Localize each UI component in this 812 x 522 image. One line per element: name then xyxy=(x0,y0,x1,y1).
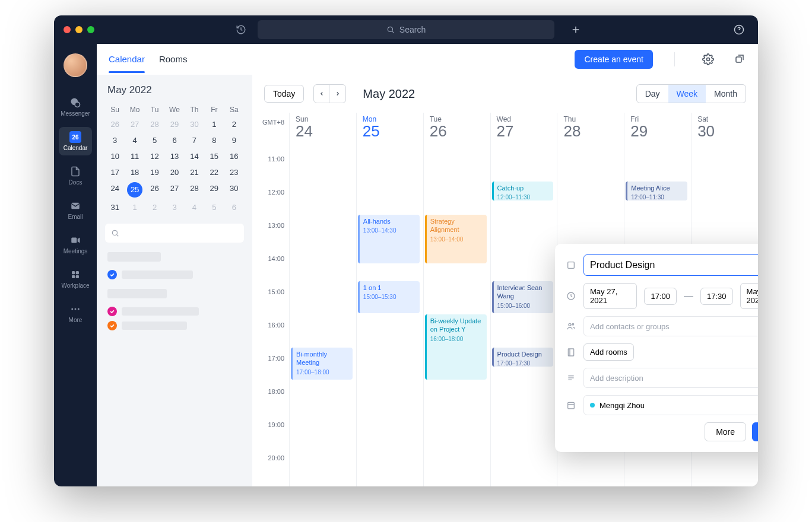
mini-calendar-day[interactable]: 27 xyxy=(164,180,184,199)
mini-calendar-day[interactable]: 4 xyxy=(185,199,204,215)
more-options-button[interactable]: More xyxy=(705,422,746,441)
tab-calendar[interactable]: Calendar xyxy=(109,46,145,72)
rail-item-workplace[interactable]: Workplace xyxy=(59,265,92,293)
mini-calendar-day[interactable]: 2 xyxy=(224,116,244,132)
view-day-button[interactable]: Day xyxy=(637,85,668,103)
prev-week-button[interactable] xyxy=(314,85,329,103)
create-event-button[interactable]: Create an event xyxy=(575,50,653,69)
mini-calendar-day[interactable]: 6 xyxy=(164,132,184,148)
event-block[interactable]: Meeting Alice12:00–11:30 xyxy=(626,182,687,200)
day-column[interactable]: Sun24Bi-monthly Meeting17:00–18:00 xyxy=(289,113,356,486)
next-week-button[interactable] xyxy=(330,85,345,103)
description-input[interactable] xyxy=(583,368,758,388)
mini-calendar-day[interactable]: 30 xyxy=(185,116,204,132)
history-icon[interactable] xyxy=(231,20,250,39)
tab-rooms[interactable]: Rooms xyxy=(159,46,188,72)
event-block[interactable]: All-hands13:00–14:30 xyxy=(358,215,420,263)
rail-item-meetings[interactable]: Meetings xyxy=(59,230,92,259)
mini-calendar-day[interactable]: 12 xyxy=(145,148,164,164)
mini-calendar-day[interactable]: 25 xyxy=(127,182,142,198)
calendar-item[interactable] xyxy=(107,270,244,279)
event-block[interactable]: Bi-weekly Update on Project Y16:00–18:00 xyxy=(425,314,487,380)
mini-calendar-day[interactable]: 5 xyxy=(204,199,224,215)
mini-calendar-day[interactable]: 29 xyxy=(204,180,224,199)
mini-calendar-day[interactable]: 17 xyxy=(105,164,125,180)
mini-calendar-day[interactable]: 3 xyxy=(105,132,125,148)
minimize-window-button[interactable] xyxy=(75,26,83,33)
mini-calendar-day[interactable]: 13 xyxy=(164,148,184,164)
mini-calendar-day[interactable]: 29 xyxy=(164,116,184,132)
calendar-search[interactable] xyxy=(105,224,244,243)
mini-calendar[interactable]: SuMoTuWeThFrSa 2627282930123456789101112… xyxy=(105,103,244,215)
event-block[interactable]: Catch-up12:00–11:30 xyxy=(492,182,554,200)
mini-calendar-day[interactable]: 9 xyxy=(224,132,244,148)
mini-calendar-day[interactable]: 22 xyxy=(204,164,224,180)
day-column[interactable]: Wed27Catch-up12:00–11:30Interview: Sean … xyxy=(490,113,557,486)
checkbox-icon[interactable] xyxy=(107,321,117,330)
event-block[interactable]: Strategy Alignment13:00–14:00 xyxy=(425,215,487,263)
checkbox-icon[interactable] xyxy=(107,270,117,279)
mini-calendar-day[interactable]: 11 xyxy=(125,148,144,164)
mini-calendar-day[interactable]: 27 xyxy=(125,116,144,132)
mini-calendar-day[interactable]: 28 xyxy=(145,116,164,132)
mini-calendar-day[interactable]: 16 xyxy=(224,148,244,164)
event-block[interactable]: Interview: Sean Wang15:00–16:00 xyxy=(492,281,554,313)
mini-calendar-day[interactable]: 23 xyxy=(224,164,244,180)
mini-calendar-day[interactable]: 8 xyxy=(204,132,224,148)
mini-calendar-day[interactable]: 20 xyxy=(164,164,184,180)
checkbox-icon[interactable] xyxy=(107,307,117,316)
event-title-input[interactable] xyxy=(583,254,758,276)
mini-calendar-day[interactable]: 24 xyxy=(105,180,125,199)
mini-calendar-day[interactable]: 6 xyxy=(224,199,244,215)
mini-calendar-day[interactable]: 5 xyxy=(145,132,164,148)
day-column[interactable]: Mon25All-hands13:00–14:301 on 115:00–15:… xyxy=(356,113,423,486)
mini-calendar-day[interactable]: 14 xyxy=(185,148,204,164)
mini-calendar-day[interactable]: 28 xyxy=(185,180,204,199)
global-search[interactable]: Search xyxy=(258,20,554,39)
event-block[interactable]: Bi-monthly Meeting17:00–18:00 xyxy=(291,348,353,380)
rail-item-docs[interactable]: Docs xyxy=(59,161,92,190)
mini-calendar-day[interactable]: 30 xyxy=(224,180,244,199)
save-button[interactable]: Save xyxy=(752,422,758,441)
gear-icon[interactable] xyxy=(702,53,714,65)
mini-calendar-day[interactable]: 2 xyxy=(145,199,164,215)
mini-calendar-day[interactable]: 7 xyxy=(185,132,204,148)
mini-calendar-day[interactable]: 19 xyxy=(145,164,164,180)
rail-item-more[interactable]: More xyxy=(59,299,92,327)
maximize-window-button[interactable] xyxy=(87,26,94,33)
rail-item-email[interactable]: Email xyxy=(59,196,92,224)
event-block[interactable]: Product Design17:00–17:30 xyxy=(492,348,554,367)
start-date-field[interactable]: May 27, 2021 xyxy=(583,283,637,309)
event-block[interactable]: 1 on 115:00–15:30 xyxy=(358,281,420,313)
help-icon[interactable] xyxy=(729,20,748,39)
day-column[interactable]: Tue26Strategy Alignment13:00–14:00Bi-wee… xyxy=(423,113,490,486)
rail-item-messenger[interactable]: Messenger xyxy=(59,93,92,121)
mini-calendar-day[interactable]: 4 xyxy=(125,132,144,148)
mini-calendar-day[interactable]: 21 xyxy=(185,164,204,180)
popout-icon[interactable] xyxy=(734,53,746,65)
end-time-field[interactable]: 17:30 xyxy=(700,288,733,305)
contacts-input[interactable] xyxy=(583,316,758,336)
today-button[interactable]: Today xyxy=(264,85,304,103)
mini-calendar-day[interactable]: 10 xyxy=(105,148,125,164)
calendar-owner-select[interactable]: Mengqi Zhou ▼ xyxy=(583,395,758,415)
calendar-item[interactable] xyxy=(107,307,244,316)
view-week-button[interactable]: Week xyxy=(668,85,706,103)
mini-calendar-day[interactable]: 1 xyxy=(204,116,224,132)
mini-calendar-day[interactable]: 26 xyxy=(145,180,164,199)
add-rooms-button[interactable]: Add rooms xyxy=(583,343,634,361)
mini-calendar-day[interactable]: 31 xyxy=(105,199,125,215)
mini-calendar-day[interactable]: 18 xyxy=(125,164,144,180)
start-time-field[interactable]: 17:00 xyxy=(644,288,677,305)
mini-calendar-day[interactable]: 15 xyxy=(204,148,224,164)
plus-icon[interactable] xyxy=(566,20,585,39)
mini-calendar-day[interactable]: 1 xyxy=(125,199,144,215)
close-window-button[interactable] xyxy=(64,26,71,33)
mini-calendar-day[interactable]: 3 xyxy=(164,199,184,215)
rail-item-calendar[interactable]: 26 Calendar xyxy=(59,127,92,155)
mini-calendar-day[interactable]: 26 xyxy=(105,116,125,132)
end-date-field[interactable]: May 27, 2021 xyxy=(740,283,758,309)
avatar[interactable] xyxy=(64,53,87,77)
view-month-button[interactable]: Month xyxy=(706,85,746,103)
calendar-item[interactable] xyxy=(107,321,244,330)
